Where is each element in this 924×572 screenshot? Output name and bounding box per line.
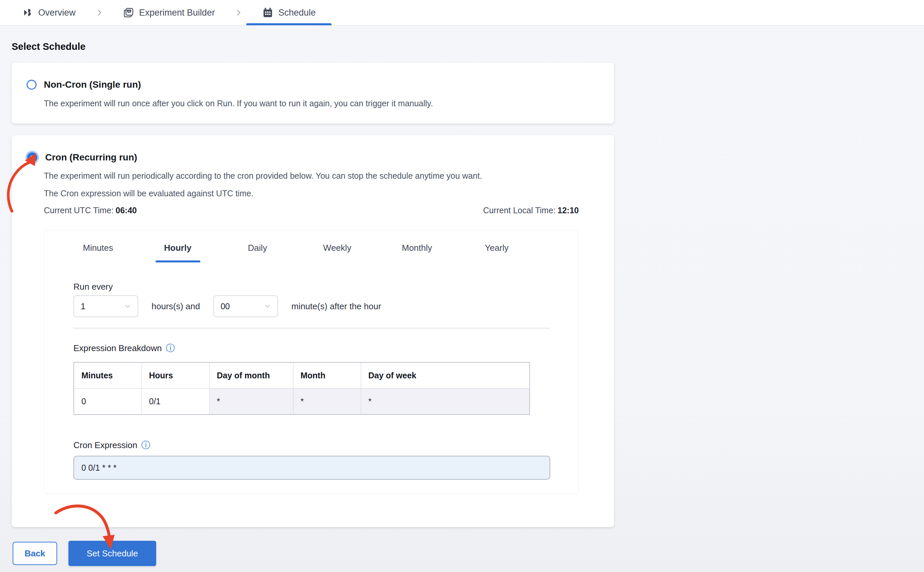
chevron-right-icon <box>234 0 243 25</box>
breadcrumb-item-experiment-builder[interactable]: Experiment Builder <box>121 0 217 25</box>
workflow-icon <box>123 7 134 18</box>
chevron-down-icon <box>263 302 271 310</box>
minutes-select-value: 00 <box>221 302 230 311</box>
expression-breakdown-table: Minutes Hours Day of month Month Day of … <box>73 362 530 415</box>
back-button[interactable]: Back <box>12 542 57 565</box>
table-row: 0 0/1 * * * <box>74 389 530 415</box>
current-local-time: Current Local Time:12:10 <box>483 206 579 215</box>
hours-select-value: 1 <box>81 302 86 311</box>
tab-daily[interactable]: Daily <box>218 243 297 263</box>
non-cron-option-title: Non-Cron (Single run) <box>44 79 141 90</box>
breakdown-minutes-cell: 0 <box>74 389 142 415</box>
section-divider <box>73 328 550 328</box>
breakdown-day-of-week-cell: * <box>361 389 530 415</box>
cron-option-card[interactable]: Cron (Recurring run) The experiment will… <box>12 135 614 527</box>
non-cron-radio-row[interactable]: Non-Cron (Single run) <box>26 79 594 90</box>
page-title: Select Schedule <box>12 41 924 52</box>
cron-option-description-2: The Cron expression will be evaluated ag… <box>44 189 579 198</box>
table-header-row: Minutes Hours Day of month Month Day of … <box>74 362 530 389</box>
tab-minutes[interactable]: Minutes <box>58 243 138 263</box>
hours-select[interactable]: 1 <box>73 295 138 317</box>
cron-builder-panel: Minutes Hourly Daily Weekly Monthly <box>44 230 579 494</box>
cron-radio-row[interactable]: Cron (Recurring run) <box>26 152 594 163</box>
column-header: Minutes <box>74 362 142 389</box>
minutes-suffix-label: minute(s) after the hour <box>291 301 381 312</box>
local-time-value: 12:10 <box>557 206 579 215</box>
breadcrumb-label: Schedule <box>278 8 316 18</box>
breadcrumb: Overview Experiment Builder <box>0 0 924 26</box>
cron-expression-input[interactable] <box>73 456 550 480</box>
non-cron-radio-button[interactable] <box>26 80 37 90</box>
hours-suffix-label: hours(s) and <box>151 301 200 312</box>
column-header: Day of week <box>361 362 530 389</box>
column-header: Hours <box>142 362 209 389</box>
breadcrumb-label: Overview <box>38 8 76 18</box>
column-header: Month <box>293 362 361 389</box>
column-header: Day of month <box>209 362 293 389</box>
expression-breakdown-label: Expression Breakdown <box>73 343 162 353</box>
chevron-right-icon <box>95 0 104 25</box>
set-schedule-button[interactable]: Set Schedule <box>68 541 156 566</box>
minutes-select[interactable]: 00 <box>213 295 278 317</box>
current-utc-time: Current UTC Time:06:40 <box>44 206 137 215</box>
calendar-icon <box>262 7 274 18</box>
breadcrumb-item-overview[interactable]: Overview <box>20 0 78 25</box>
non-cron-option-card[interactable]: Non-Cron (Single run) The experiment wil… <box>12 63 614 124</box>
breakdown-month-cell: * <box>293 389 361 415</box>
tab-weekly[interactable]: Weekly <box>297 243 377 263</box>
non-cron-option-description: The experiment will run once after you c… <box>44 99 579 108</box>
breakdown-day-of-month-cell: * <box>209 389 293 415</box>
breakdown-hours-cell: 0/1 <box>142 389 209 415</box>
info-icon[interactable]: ⓘ <box>141 441 150 450</box>
cron-option-description-1: The experiment will run periodically acc… <box>44 171 579 181</box>
chevron-down-icon <box>124 302 132 310</box>
utc-time-value: 06:40 <box>116 206 137 215</box>
tab-hourly[interactable]: Hourly <box>138 243 218 263</box>
cron-radio-button[interactable] <box>27 152 37 162</box>
run-every-label: Run every <box>73 282 579 292</box>
tab-yearly[interactable]: Yearly <box>457 243 537 263</box>
cron-option-title: Cron (Recurring run) <box>45 152 137 163</box>
tab-monthly[interactable]: Monthly <box>377 243 457 263</box>
cron-expression-label: Cron Expression <box>73 440 137 451</box>
cron-tabs: Minutes Hourly Daily Weekly Monthly <box>44 231 579 263</box>
logo-icon <box>23 7 33 18</box>
info-icon[interactable]: ⓘ <box>166 344 175 353</box>
breadcrumb-item-schedule[interactable]: Schedule <box>260 0 318 25</box>
breadcrumb-label: Experiment Builder <box>139 8 215 18</box>
